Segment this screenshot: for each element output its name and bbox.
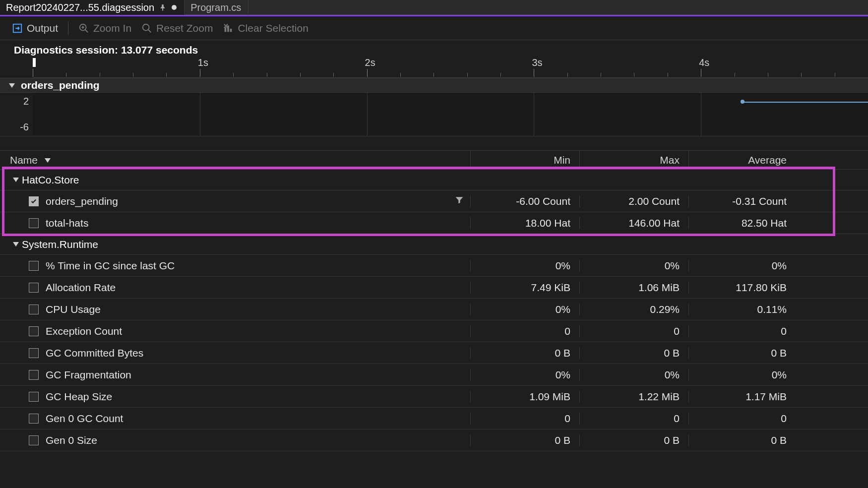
counter-label: Exception Count xyxy=(46,325,122,337)
swimlane: orders_pending 2 -6 xyxy=(0,78,868,136)
svg-line-3 xyxy=(85,29,88,32)
cell-min: 1.09 MiB xyxy=(470,391,579,403)
chevron-down-icon xyxy=(13,242,19,246)
y-bottom-label: -6 xyxy=(20,122,29,133)
counter-label: % Time in GC since last GC xyxy=(46,260,175,272)
counter-row[interactable]: GC Heap Size1.09 MiB1.22 MiB1.17 MiB xyxy=(0,386,868,408)
counter-label: Allocation Rate xyxy=(46,282,116,294)
swimlane-header[interactable]: orders_pending xyxy=(0,78,868,93)
counter-row[interactable]: Allocation Rate7.49 KiB1.06 MiB117.80 Ki… xyxy=(0,277,868,299)
col-name-label: Name xyxy=(10,154,38,166)
counter-row[interactable]: Gen 0 GC Count000 xyxy=(0,408,868,429)
cell-avg: 1.17 MiB xyxy=(688,391,798,403)
row-checkbox[interactable] xyxy=(29,218,39,228)
zoom-in-label: Zoom In xyxy=(93,22,131,34)
col-min-header[interactable]: Min xyxy=(470,151,579,168)
group-label: HatCo.Store xyxy=(22,174,79,186)
unsaved-dot-icon xyxy=(171,4,177,10)
grid-header: Name Min Max Average xyxy=(0,151,868,170)
ruler-tick-label: 2s xyxy=(365,57,375,68)
cell-min: 18.00 Hat xyxy=(470,217,579,229)
col-min-label: Min xyxy=(554,154,570,166)
counter-row[interactable]: CPU Usage0%0.29%0.11% xyxy=(0,299,868,320)
series-line xyxy=(743,102,868,103)
counter-row[interactable]: GC Committed Bytes0 B0 B0 B xyxy=(0,342,868,364)
counter-row[interactable]: Gen 0 Size0 B0 B0 B xyxy=(0,429,868,451)
cell-max: 0 xyxy=(579,325,688,337)
counters-grid: Name Min Max Average HatCo.Storeorders_p… xyxy=(0,150,868,451)
ruler-tick-label: 1s xyxy=(198,57,208,68)
row-checkbox[interactable] xyxy=(29,326,39,336)
row-checkbox[interactable] xyxy=(29,261,39,271)
tab-diagsession[interactable]: Report20240227...55.diagsession xyxy=(0,0,185,15)
chevron-down-icon xyxy=(9,83,15,88)
cell-avg: -0.31 Count xyxy=(688,195,798,207)
filter-icon[interactable] xyxy=(454,195,464,207)
tab-label: Program.cs xyxy=(190,2,241,13)
counter-row[interactable]: GC Fragmentation0%0%0% xyxy=(0,364,868,386)
cell-max: 1.22 MiB xyxy=(579,391,688,403)
counter-row[interactable]: % Time in GC since last GC0%0%0% xyxy=(0,255,868,277)
spacer xyxy=(0,136,868,150)
cell-min: 0 B xyxy=(470,347,579,359)
time-cursor[interactable] xyxy=(33,58,36,67)
col-avg-header[interactable]: Average xyxy=(688,151,798,168)
row-checkbox[interactable] xyxy=(29,414,39,424)
pin-icon[interactable] xyxy=(159,4,166,11)
counter-row[interactable]: orders_pending-6.00 Count2.00 Count-0.31… xyxy=(0,190,868,212)
counter-label: CPU Usage xyxy=(46,304,101,315)
clear-selection-icon xyxy=(223,23,234,34)
col-name-header[interactable]: Name xyxy=(0,154,470,168)
row-checkbox[interactable] xyxy=(29,348,39,358)
cell-max: 0 B xyxy=(579,347,688,359)
sort-desc-icon xyxy=(45,158,51,163)
counter-row[interactable]: Exception Count000 xyxy=(0,320,868,342)
clear-selection-button[interactable]: Clear Selection xyxy=(223,22,308,34)
counter-label: GC Fragmentation xyxy=(46,369,131,381)
swimlane-body: 2 -6 xyxy=(0,93,868,136)
cell-avg: 0 xyxy=(688,413,798,425)
cell-avg: 0% xyxy=(688,260,798,272)
group-row[interactable]: System.Runtime xyxy=(0,234,868,255)
counter-label: Gen 0 GC Count xyxy=(46,413,123,425)
cell-max: 0 B xyxy=(579,434,688,446)
export-icon xyxy=(12,23,23,34)
cell-avg: 0.11% xyxy=(688,304,798,315)
svg-rect-8 xyxy=(225,27,227,32)
tab-program-cs[interactable]: Program.cs xyxy=(185,0,248,15)
cell-avg: 117.80 KiB xyxy=(688,282,798,294)
row-checkbox[interactable] xyxy=(29,435,39,445)
cell-min: 0% xyxy=(470,369,579,381)
zoom-in-button[interactable]: Zoom In xyxy=(78,22,131,34)
chevron-down-icon xyxy=(13,178,19,182)
cell-avg: 0 B xyxy=(688,347,798,359)
row-checkbox[interactable] xyxy=(29,196,39,206)
time-ruler[interactable]: 1s2s3s4s xyxy=(33,58,868,78)
row-checkbox[interactable] xyxy=(29,392,39,402)
counter-label: orders_pending xyxy=(46,195,118,207)
swimlane-chart[interactable] xyxy=(33,93,868,136)
counter-row[interactable]: total-hats18.00 Hat146.00 Hat82.50 Hat xyxy=(0,212,868,234)
toolbar-separator xyxy=(68,21,68,35)
row-checkbox[interactable] xyxy=(29,370,39,380)
svg-line-7 xyxy=(148,29,151,32)
document-tabbar: Report20240227...55.diagsession Program.… xyxy=(0,0,868,15)
reset-zoom-icon xyxy=(141,23,152,34)
output-button[interactable]: Output xyxy=(12,22,58,34)
row-checkbox[interactable] xyxy=(29,283,39,293)
cell-min: 0 xyxy=(470,413,579,425)
y-top-label: 2 xyxy=(23,96,29,107)
group-row[interactable]: HatCo.Store xyxy=(0,170,868,190)
ruler-tick-label: 3s xyxy=(532,57,542,68)
cell-avg: 0 B xyxy=(688,434,798,446)
row-checkbox[interactable] xyxy=(29,305,39,314)
output-label: Output xyxy=(27,22,58,34)
cell-min: 0% xyxy=(470,260,579,272)
ruler-tick-label: 4s xyxy=(699,57,709,68)
reset-zoom-button[interactable]: Reset Zoom xyxy=(141,22,213,34)
svg-point-6 xyxy=(143,24,149,30)
col-max-label: Max xyxy=(660,154,680,166)
col-max-header[interactable]: Max xyxy=(579,151,688,168)
zoom-in-icon xyxy=(78,23,89,34)
counter-label: GC Heap Size xyxy=(46,391,112,403)
